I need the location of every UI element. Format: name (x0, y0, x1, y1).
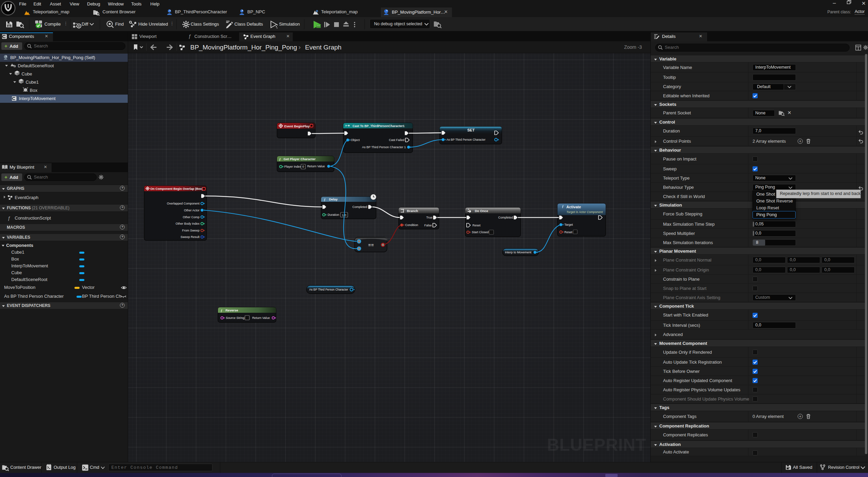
svg-text:0: 0 (302, 165, 304, 168)
svg-text:Target: Target (564, 223, 573, 226)
svg-text:As BP Third Person Character: As BP Third Person Character (309, 288, 348, 291)
svg-text:As BP Third Person Character: As BP Third Person Character (446, 138, 485, 141)
svg-text:Do Once: Do Once (475, 209, 488, 213)
svg-text:c: c (14, 65, 15, 67)
svg-text:Delay: Delay (329, 197, 338, 201)
svg-text:Get Player Character: Get Player Character (284, 157, 316, 161)
svg-text:Reverse: Reverse (225, 308, 238, 312)
svg-text:Sweep Result: Sweep Result (180, 235, 199, 239)
svg-text:Cast To BP_ThirdPersonCharacte: Cast To BP_ThirdPersonCharacter1 (353, 124, 404, 128)
svg-text:Completed: Completed (498, 216, 513, 219)
svg-text:Other Comp: Other Comp (183, 215, 199, 219)
svg-text:Reset: Reset (564, 230, 573, 234)
svg-text:Player Index: Player Index (284, 165, 302, 168)
svg-text:Overlapped Component: Overlapped Component (167, 202, 199, 205)
svg-text:Completed: Completed (352, 205, 367, 209)
svg-text:False: False (424, 224, 432, 227)
svg-text:Branch: Branch (407, 209, 418, 213)
svg-text:ƒ: ƒ (221, 309, 222, 312)
svg-text:As BP Third Person Character 1: As BP Third Person Character 1 (362, 145, 406, 149)
svg-text:Condition: Condition (405, 223, 418, 227)
svg-text:Interp to Movement: Interp to Movement (505, 251, 532, 254)
svg-text:From Sweep: From Sweep (182, 229, 199, 232)
svg-text:Event BeginPlay: Event BeginPlay (284, 124, 310, 128)
svg-text:ƒ: ƒ (324, 198, 326, 201)
svg-text:On Component Begin Overlap (Bo: On Component Begin Overlap (Box) (150, 187, 203, 191)
svg-text:Start Closed: Start Closed (472, 230, 489, 234)
svg-text:True: True (426, 216, 432, 219)
svg-text:==: == (368, 242, 374, 248)
svg-text:SET: SET (467, 128, 475, 132)
svg-text:Other Body Index: Other Body Index (176, 222, 200, 225)
svg-text:Return Value: Return Value (252, 316, 270, 320)
svg-text:Other Actor: Other Actor (184, 209, 199, 212)
svg-text:Duration: Duration (328, 213, 339, 216)
svg-text:Return Value: Return Value (307, 165, 325, 168)
svg-text:Cast Failed: Cast Failed (389, 138, 404, 142)
svg-text:ƒ: ƒ (279, 157, 281, 161)
svg-text:Reset: Reset (472, 224, 481, 227)
svg-text:Source String: Source String (226, 316, 245, 320)
svg-text:Target is Actor Component: Target is Actor Component (566, 210, 603, 214)
svg-text:Object: Object (351, 138, 360, 142)
svg-text:Activate: Activate (566, 205, 581, 209)
svg-text:ƒ: ƒ (562, 205, 564, 208)
